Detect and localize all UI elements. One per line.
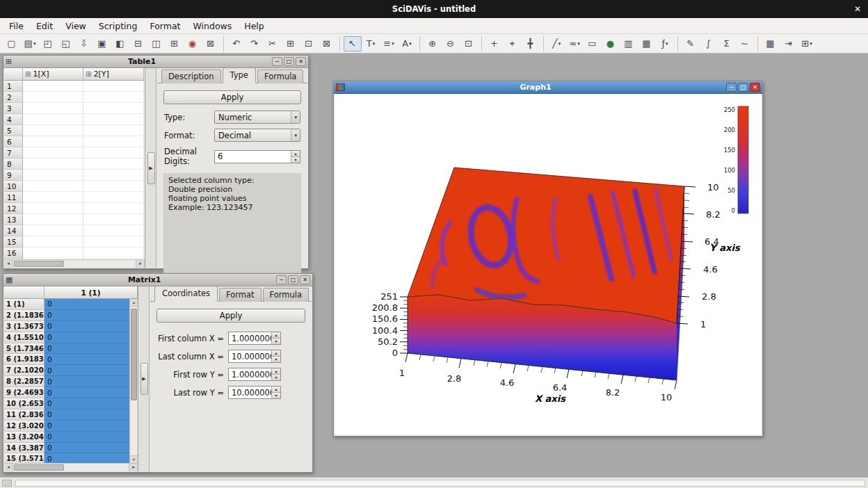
apply-button[interactable]: Apply <box>156 309 305 323</box>
row-header[interactable]: 8 <box>4 158 23 170</box>
table1-corner-header[interactable] <box>4 68 23 81</box>
scroll-up-icon[interactable]: ▴ <box>130 299 138 307</box>
copy-icon[interactable]: ⊞ <box>282 36 300 51</box>
type-combobox[interactable]: Numeric ▾ <box>214 111 300 124</box>
menu-item[interactable]: Help <box>238 19 271 33</box>
tab-type[interactable]: Type <box>223 67 256 83</box>
row-header[interactable]: 3 <box>4 103 23 114</box>
minimize-icon[interactable]: − <box>726 83 737 92</box>
row-header[interactable]: 5 <box>4 125 23 136</box>
matrix-row-header[interactable]: 5 (1.73469) <box>4 343 45 355</box>
row-header[interactable]: 7 <box>4 147 23 158</box>
close-window-icon[interactable]: ✕ <box>750 83 760 92</box>
scroll-right-icon[interactable]: ▸ <box>129 464 138 471</box>
matrix-cell-selected[interactable]: 0 <box>45 310 129 321</box>
matrix1-window[interactable]: ▦ Matrix1 − □ ✕ 1 (1) <box>3 273 313 473</box>
collapse-arrow-icon[interactable]: ▶ <box>140 363 148 395</box>
close-window-icon[interactable]: ✕ <box>300 275 310 284</box>
new-aspect-icon[interactable]: ▤▾ <box>21 36 39 51</box>
select-range-icon[interactable]: ╋ <box>522 36 540 51</box>
matrix-row-header[interactable]: 14 (3.38776) <box>4 443 45 454</box>
graph1-window[interactable]: Graph1 − □ ✕ <box>333 81 763 437</box>
close-window-icon[interactable]: ✕ <box>296 57 306 66</box>
tab-format[interactable]: Format <box>219 288 262 302</box>
table-cell[interactable] <box>83 114 144 125</box>
integrate-icon[interactable]: ∫ <box>700 36 718 51</box>
table-cell[interactable] <box>23 81 83 92</box>
new-project-icon[interactable]: ▢ <box>3 36 21 51</box>
table-cell[interactable] <box>83 192 144 203</box>
fit-icon[interactable]: Σ <box>718 36 736 51</box>
save-project-icon[interactable]: ▣ <box>93 36 111 51</box>
row-header[interactable]: 10 <box>4 181 23 192</box>
matrix-cell-selected[interactable]: 0 <box>45 387 129 398</box>
minimize-icon[interactable]: − <box>276 275 287 284</box>
table-cell[interactable] <box>83 81 144 92</box>
spin-down-icon[interactable]: ▾ <box>272 357 280 362</box>
scroll-right-icon[interactable]: ▸ <box>136 260 145 268</box>
globe-icon[interactable]: ● <box>602 36 620 51</box>
matrix-row-header[interactable]: 3 (1.36735) <box>4 321 45 332</box>
matrix-cell-selected[interactable]: 0 <box>45 321 129 332</box>
zoom-out-icon[interactable]: ⊖ <box>442 36 460 51</box>
tab-description[interactable]: Description <box>161 70 221 83</box>
export-pdf-icon[interactable]: ◫ <box>147 36 166 51</box>
matrix-cell-selected[interactable]: 0 <box>45 432 129 443</box>
new-table-icon[interactable]: ▦ <box>762 36 780 51</box>
print-icon[interactable]: ⊟ <box>129 36 147 51</box>
matrix-row-header[interactable]: 15 (3.57143) <box>4 453 45 463</box>
graph1-titlebar[interactable]: Graph1 − □ ✕ <box>334 81 762 94</box>
table-cell[interactable] <box>23 147 83 158</box>
add-image-icon[interactable]: ▭ <box>584 36 602 51</box>
table-cell[interactable] <box>23 214 83 225</box>
open-template-icon[interactable]: ◱ <box>57 36 75 51</box>
scrollbar-track[interactable] <box>64 260 136 268</box>
row-header[interactable]: 13 <box>4 214 23 225</box>
matrix-cell-selected[interactable]: 0 <box>45 443 129 454</box>
menu-item[interactable]: Scripting <box>93 19 144 33</box>
matrix1-titlebar[interactable]: ▦ Matrix1 − □ ✕ <box>3 274 312 286</box>
row-header[interactable]: 14 <box>4 225 23 236</box>
table-cell[interactable] <box>83 125 144 136</box>
chevron-down-icon[interactable]: ▾ <box>291 129 300 141</box>
matrix-row-header[interactable]: 1 (1) <box>4 299 45 310</box>
collapse-arrow-icon[interactable]: ▶ <box>147 152 155 184</box>
row-header[interactable]: 16 <box>4 247 23 259</box>
matrix-row-header[interactable]: 12 (3.02041) <box>4 421 45 432</box>
table-cell[interactable] <box>83 236 144 247</box>
table-cell[interactable] <box>83 103 144 114</box>
spin-down-icon[interactable]: ▾ <box>291 157 300 163</box>
table-cell[interactable] <box>23 192 83 203</box>
matrix1-corner-header[interactable] <box>4 286 45 299</box>
matrix-cell-selected[interactable]: 0 <box>45 299 129 310</box>
menu-item[interactable]: File <box>3 19 30 33</box>
draw-line-icon[interactable]: ╱▾ <box>547 36 565 51</box>
scrollbar-thumb[interactable] <box>131 309 137 400</box>
maximize-icon[interactable]: □ <box>738 83 748 92</box>
lock-toolbars-icon[interactable]: ⊠ <box>202 36 220 51</box>
go-to-cell-icon[interactable]: ⇥ <box>780 36 798 51</box>
menu-item[interactable]: Edit <box>30 19 59 33</box>
table-cell[interactable] <box>23 203 83 214</box>
coordinate-spinbox[interactable]: 10.0000000 ▴ ▾ <box>228 350 281 363</box>
scroll-left-icon[interactable]: ◂ <box>4 260 13 268</box>
cut-icon[interactable]: ✂ <box>264 36 282 51</box>
matrix1-vscrollbar[interactable]: ▴ ▾ <box>129 299 138 463</box>
table1-window[interactable]: ⊞ Table1 − □ ✕ ⊞ 1[X] <box>3 55 309 269</box>
table1-hscrollbar[interactable]: ◂ ▸ <box>4 259 145 268</box>
table-cell[interactable] <box>23 125 83 136</box>
row-header[interactable]: 4 <box>4 114 23 125</box>
contour-plot-icon[interactable]: ▦ <box>638 36 656 51</box>
table-cell[interactable] <box>83 225 144 236</box>
spin-down-icon[interactable]: ▾ <box>272 393 280 398</box>
scroll-down-icon[interactable]: ▾ <box>130 455 138 463</box>
scrollbar-track[interactable] <box>64 464 129 471</box>
table-cell[interactable] <box>23 103 83 114</box>
redo-icon[interactable]: ↷ <box>246 36 264 51</box>
delete-icon[interactable]: ⊠ <box>318 36 336 51</box>
table-cell[interactable] <box>83 158 144 170</box>
matrix1-grid[interactable]: 1 (1) 1 (1) 0 2 (1.18367) 0 <box>4 286 138 471</box>
menu-item[interactable]: Windows <box>186 19 238 33</box>
row-header[interactable]: 15 <box>4 236 23 247</box>
coordinate-spinbox[interactable]: 1.00000000 ▴ ▾ <box>228 368 281 381</box>
